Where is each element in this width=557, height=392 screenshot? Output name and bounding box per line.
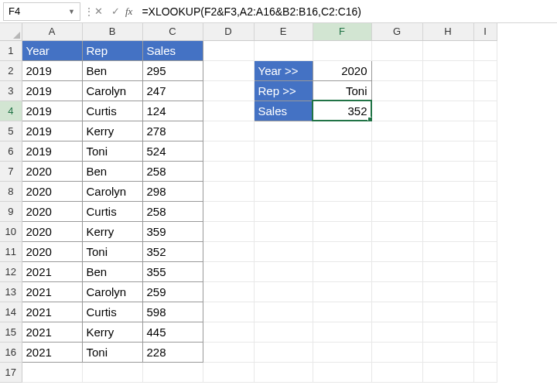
cell[interactable] [254, 161, 313, 181]
cell[interactable] [203, 161, 254, 181]
cell[interactable]: 2019 [22, 80, 82, 101]
cell[interactable]: Curtis [82, 101, 142, 121]
cell[interactable] [142, 362, 203, 382]
cell[interactable]: 2021 [22, 342, 82, 362]
cell[interactable] [203, 362, 254, 382]
cell[interactable] [313, 241, 371, 261]
cell[interactable] [203, 141, 254, 161]
cell[interactable] [254, 141, 313, 161]
col-head-F[interactable]: F [313, 23, 371, 40]
name-box[interactable]: F4 ▼ [3, 2, 80, 21]
cell[interactable] [254, 181, 313, 201]
cell[interactable] [313, 261, 371, 281]
row-head-14[interactable]: 14 [0, 302, 22, 322]
cell[interactable] [203, 201, 254, 221]
cell[interactable] [371, 101, 422, 121]
row-head-8[interactable]: 8 [0, 181, 22, 201]
cell[interactable] [473, 60, 497, 80]
cell[interactable] [473, 80, 497, 101]
cell[interactable]: Sales [254, 101, 313, 121]
cell[interactable] [371, 302, 422, 322]
cell[interactable] [371, 201, 422, 221]
cell[interactable] [203, 80, 254, 101]
cell[interactable] [473, 261, 497, 281]
cell[interactable]: Sales [142, 40, 203, 60]
cell[interactable]: Curtis [82, 201, 142, 221]
cell[interactable]: 352 [142, 241, 203, 261]
cell[interactable] [473, 121, 497, 141]
row-head-13[interactable]: 13 [0, 281, 22, 302]
row-head-5[interactable]: 5 [0, 121, 22, 141]
cell[interactable]: 2019 [22, 141, 82, 161]
cell[interactable] [313, 161, 371, 181]
cell[interactable] [473, 141, 497, 161]
row-head-17[interactable]: 17 [0, 362, 22, 382]
cell[interactable] [371, 241, 422, 261]
cell[interactable] [254, 281, 313, 302]
cell[interactable] [313, 281, 371, 302]
cell[interactable] [422, 101, 473, 121]
cell[interactable]: Toni [313, 80, 371, 101]
cell[interactable] [313, 221, 371, 241]
cell[interactable] [371, 261, 422, 281]
cell[interactable] [371, 161, 422, 181]
cell[interactable] [371, 40, 422, 60]
cell[interactable] [203, 101, 254, 121]
cell[interactable] [22, 362, 82, 382]
cell[interactable] [203, 302, 254, 322]
cell[interactable]: 355 [142, 261, 203, 281]
cell[interactable]: Kerry [82, 121, 142, 141]
cell[interactable]: 2020 [22, 201, 82, 221]
col-head-A[interactable]: A [22, 23, 82, 40]
col-head-G[interactable]: G [371, 23, 422, 40]
cell[interactable] [473, 101, 497, 121]
cell[interactable] [371, 221, 422, 241]
cell[interactable] [422, 342, 473, 362]
cell[interactable] [422, 261, 473, 281]
cell[interactable] [254, 362, 313, 382]
cell[interactable]: 445 [142, 322, 203, 342]
cell[interactable]: 2021 [22, 322, 82, 342]
cell[interactable]: Ben [82, 60, 142, 80]
cell[interactable] [473, 302, 497, 322]
cell[interactable] [313, 141, 371, 161]
cell[interactable] [82, 362, 142, 382]
cell[interactable]: 2021 [22, 302, 82, 322]
cell[interactable] [254, 201, 313, 221]
cell[interactable] [473, 281, 497, 302]
cell[interactable]: Toni [82, 342, 142, 362]
cell[interactable] [371, 80, 422, 101]
cell[interactable]: 2021 [22, 261, 82, 281]
cell[interactable]: 2019 [22, 101, 82, 121]
row-head-10[interactable]: 10 [0, 221, 22, 241]
col-head-H[interactable]: H [422, 23, 473, 40]
cell[interactable] [254, 121, 313, 141]
row-head-6[interactable]: 6 [0, 141, 22, 161]
cell[interactable]: Rep >> [254, 80, 313, 101]
row-head-15[interactable]: 15 [0, 322, 22, 342]
cell[interactable]: Carolyn [82, 181, 142, 201]
cell[interactable] [371, 60, 422, 80]
col-head-C[interactable]: C [142, 23, 203, 40]
cell[interactable]: 2019 [22, 121, 82, 141]
col-head-E[interactable]: E [254, 23, 313, 40]
cell[interactable] [313, 302, 371, 322]
cell[interactable] [422, 201, 473, 221]
cell[interactable] [254, 261, 313, 281]
cell[interactable] [473, 161, 497, 181]
col-head-D[interactable]: D [203, 23, 254, 40]
cell[interactable] [371, 281, 422, 302]
cell[interactable] [371, 362, 422, 382]
cell[interactable]: 2020 [22, 181, 82, 201]
cell[interactable] [422, 141, 473, 161]
cell[interactable] [422, 221, 473, 241]
cell[interactable] [473, 322, 497, 342]
cell[interactable]: 2021 [22, 281, 82, 302]
cell[interactable] [422, 161, 473, 181]
cell[interactable] [422, 241, 473, 261]
accept-icon[interactable]: ✓ [107, 3, 124, 20]
cell[interactable] [203, 221, 254, 241]
cell[interactable]: 258 [142, 201, 203, 221]
cell[interactable]: 298 [142, 181, 203, 201]
formula-input[interactable] [137, 2, 557, 21]
